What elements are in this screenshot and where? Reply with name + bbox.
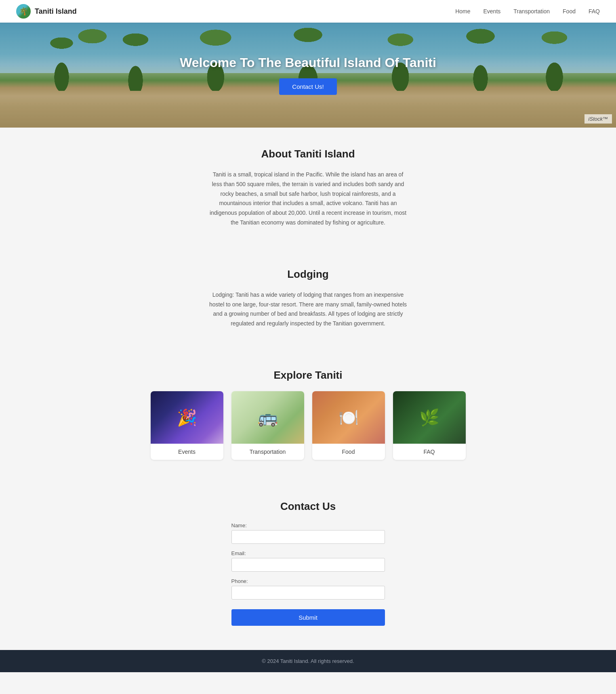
about-section: About Taniti Island Taniti is a small, t… (0, 128, 616, 248)
contact-us-button[interactable]: Contact Us! (279, 78, 336, 95)
phone-field-group: Phone: (231, 578, 385, 600)
lodging-text: Lodging: Taniti has a wide variety of lo… (207, 290, 409, 329)
explore-grid: Events Transportation Food FAQ (8, 391, 608, 460)
explore-title: Explore Taniti (8, 369, 608, 382)
email-input[interactable] (231, 558, 385, 572)
nav-home[interactable]: Home (455, 8, 470, 15)
nav-transportation[interactable]: Transportation (513, 8, 550, 15)
explore-card-food[interactable]: Food (312, 391, 385, 460)
hero-section: Welcome To The Beautiful Island Of Tanit… (0, 23, 616, 128)
nav-events[interactable]: Events (484, 8, 501, 15)
explore-image-food (312, 391, 385, 444)
footer-text: © 2024 Taniti Island. All rights reserve… (262, 658, 354, 664)
explore-card-events[interactable]: Events (151, 391, 223, 460)
explore-card-transportation[interactable]: Transportation (231, 391, 304, 460)
brand-name: Taniti Island (35, 7, 77, 16)
lodging-section: Lodging Lodging: Taniti has a wide varie… (0, 248, 616, 349)
name-label: Name: (231, 522, 385, 528)
contact-title: Contact Us (8, 500, 608, 513)
navbar: 🌴 Taniti Island Home Events Transportati… (0, 0, 616, 23)
contact-form: Name: Email: Phone: Submit (231, 522, 385, 626)
email-field-group: Email: (231, 550, 385, 572)
email-label: Email: (231, 550, 385, 556)
explore-image-events (151, 391, 223, 444)
contact-section: Contact Us Name: Email: Phone: Submit (0, 480, 616, 650)
logo-icon: 🌴 (16, 4, 31, 19)
explore-label-events: Events (151, 444, 223, 460)
submit-button[interactable]: Submit (231, 609, 385, 626)
hero-title: Welcome To The Beautiful Island Of Tanit… (180, 55, 436, 70)
explore-label-faq: FAQ (393, 444, 466, 460)
explore-image-faq (393, 391, 466, 444)
nav-food[interactable]: Food (563, 8, 576, 15)
explore-label-transportation: Transportation (231, 444, 304, 460)
phone-input[interactable] (231, 586, 385, 600)
explore-section: Explore Taniti Events Transportation Foo… (0, 349, 616, 480)
nav-links: Home Events Transportation Food FAQ (455, 8, 600, 15)
explore-label-food: Food (312, 444, 385, 460)
explore-image-transportation (231, 391, 304, 444)
name-field-group: Name: (231, 522, 385, 544)
explore-card-faq[interactable]: FAQ (393, 391, 466, 460)
hero-content: Welcome To The Beautiful Island Of Tanit… (0, 23, 616, 128)
about-text: Taniti is a small, tropical island in th… (207, 170, 409, 228)
lodging-title: Lodging (8, 268, 608, 281)
footer: © 2024 Taniti Island. All rights reserve… (0, 650, 616, 672)
nav-faq[interactable]: FAQ (589, 8, 600, 15)
brand-logo: 🌴 Taniti Island (16, 4, 455, 19)
istock-watermark: iStock™ (584, 114, 612, 124)
about-title: About Taniti Island (8, 148, 608, 160)
phone-label: Phone: (231, 578, 385, 584)
name-input[interactable] (231, 530, 385, 544)
